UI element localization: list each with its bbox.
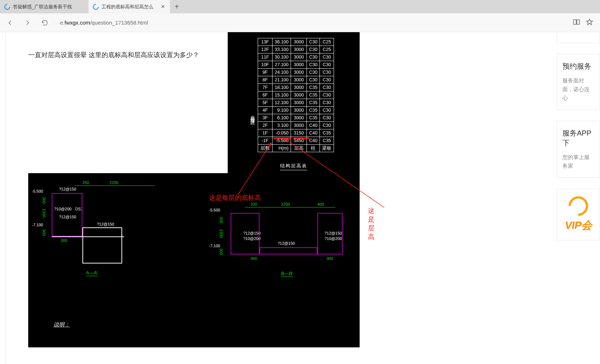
table-cell: 3000 bbox=[291, 38, 307, 46]
dim: 300 bbox=[250, 256, 257, 261]
table-cell: 15.100 bbox=[273, 91, 291, 99]
tab-bar: 答疑解惑_广联达服务新干线 工程的底标高和层高怎么 × + bbox=[0, 0, 600, 13]
table-cell: C30 bbox=[320, 61, 334, 69]
vip-text: VIP会 bbox=[565, 218, 592, 233]
table-row: 4F9.1003000C35C30 bbox=[258, 107, 334, 114]
dim: 300 bbox=[61, 238, 67, 243]
table-row: 12F33.1003000C30C25 bbox=[258, 46, 334, 53]
table-cell: 3.100 bbox=[273, 122, 291, 129]
table-cell: 3150 bbox=[291, 129, 307, 137]
url-bar[interactable]: e.fwxgx.com/question_1713658.html bbox=[56, 16, 568, 29]
page-area: 一直对层高设置很晕 这里的底标高和层高应该设置为多少？ 底部加强区 13F36.… bbox=[0, 32, 600, 364]
table-cell: 6F bbox=[258, 91, 273, 99]
new-tab-button[interactable]: + bbox=[170, 0, 184, 13]
table-row: 13F36.1003000C30C25 bbox=[258, 38, 334, 46]
card-desc: 您的掌上服务家 bbox=[562, 153, 594, 170]
reading-view-icon[interactable] bbox=[573, 18, 580, 27]
table-cell: 1F bbox=[258, 129, 273, 137]
refresh-button[interactable] bbox=[38, 16, 51, 29]
tab-title: 答疑解惑_广联达服务新干线 bbox=[13, 4, 84, 10]
table-cell: 10F bbox=[258, 61, 273, 69]
table-cell: 3000 bbox=[291, 91, 307, 99]
table-cell: C30 bbox=[320, 107, 334, 114]
sidebar-card-app[interactable]: 服务APP下 您的掌上服务家 bbox=[557, 121, 600, 178]
table-cell: 33.100 bbox=[273, 46, 291, 53]
close-icon[interactable]: × bbox=[160, 3, 166, 10]
sidebar-card bbox=[557, 32, 600, 43]
table-cell: 8F bbox=[258, 76, 273, 84]
dim: 300 bbox=[219, 248, 223, 255]
table-row: 5F12.1003000C35C30 bbox=[258, 99, 334, 107]
table-cell: C35 bbox=[307, 84, 320, 91]
level: -5.500 bbox=[209, 208, 220, 212]
line bbox=[52, 236, 124, 237]
rebar: ?12@150 bbox=[278, 241, 295, 245]
table-cell: 3000 bbox=[291, 114, 307, 122]
table-cell: C30 bbox=[320, 69, 334, 76]
note-label: 说明： bbox=[53, 321, 70, 328]
dim: 1300 bbox=[42, 209, 46, 217]
table-cell: 9.100 bbox=[273, 107, 291, 114]
table-cell: 11F bbox=[258, 53, 273, 61]
dim: 2200 bbox=[110, 180, 118, 185]
table-cell: 3F bbox=[258, 114, 273, 122]
table-cell: 7F bbox=[258, 84, 273, 91]
table-cell: 9F bbox=[258, 69, 273, 76]
table-cell: C30 bbox=[307, 76, 320, 84]
table-cell: C30 bbox=[320, 91, 334, 99]
table-row: 9F24.1003000C30C30 bbox=[258, 69, 334, 76]
tab-active[interactable]: 工程的底标高和层高怎么 × bbox=[89, 0, 170, 13]
favorite-icon[interactable] bbox=[586, 18, 593, 27]
toolbar-right bbox=[573, 18, 596, 27]
table-cell: C35 bbox=[307, 114, 320, 122]
table-cell: C40 bbox=[307, 122, 320, 129]
table-cell: C30 bbox=[320, 114, 334, 122]
table-cell: 36.100 bbox=[273, 38, 291, 46]
table-cell: 3000 bbox=[291, 53, 307, 61]
table-cell: -0.050 bbox=[273, 129, 291, 137]
table-cell: C30 bbox=[307, 69, 320, 76]
rebar: ?12@150 bbox=[97, 222, 114, 226]
content-border bbox=[5, 32, 5, 364]
table-cell: 6.100 bbox=[273, 114, 291, 122]
table-cell: 5F bbox=[258, 99, 273, 107]
rebar: ?12@150 bbox=[59, 187, 76, 191]
table-cell: 3000 bbox=[291, 61, 307, 69]
table-cell: 18.100 bbox=[273, 84, 291, 91]
table-cell: 3000 bbox=[291, 99, 307, 107]
table-cell: 3000 bbox=[291, 107, 307, 114]
floor-table: 13F36.1003000C30C2512F33.1003000C30C2511… bbox=[258, 38, 334, 152]
dim: 250 bbox=[82, 180, 89, 185]
svg-line-0 bbox=[238, 144, 270, 195]
site-icon bbox=[92, 3, 100, 11]
section-b: 200 2200 400 -5.500 -7.100 300 1300 300 … bbox=[209, 202, 353, 307]
back-button[interactable] bbox=[4, 16, 17, 29]
sidebar-vip[interactable]: VIP会 bbox=[557, 189, 600, 240]
dim: 300 bbox=[42, 197, 46, 204]
table-cell: 4F bbox=[258, 107, 273, 114]
section-outline bbox=[82, 227, 122, 264]
annotation-arrow bbox=[209, 142, 278, 197]
table-row: 6F15.1003000C35C30 bbox=[258, 91, 334, 99]
tab-inactive[interactable]: 答疑解惑_广联达服务新干线 bbox=[0, 0, 89, 13]
dim: 300 bbox=[42, 229, 46, 236]
table-cell: 3000 bbox=[291, 76, 307, 84]
url-path: /question_1713658.html bbox=[90, 20, 148, 26]
forward-button[interactable] bbox=[21, 16, 34, 29]
question-title: 一直对层高设置很晕 这里的底标高和层高应该设置为多少？ bbox=[28, 51, 199, 59]
table-cell: C40 bbox=[307, 129, 320, 137]
table-row: 7F18.1003000C35C30 bbox=[258, 84, 334, 91]
table-cell: 30.100 bbox=[273, 53, 291, 61]
table-cell: 3000 bbox=[291, 69, 307, 76]
dim: 1300 bbox=[219, 229, 223, 238]
section-outline bbox=[260, 247, 317, 254]
card-title: 服务APP下 bbox=[562, 128, 594, 148]
table-cell: C30 bbox=[320, 76, 334, 84]
section-title: A—A' bbox=[86, 270, 98, 276]
table-cell: 3000 bbox=[291, 84, 307, 91]
table-cell: C35 bbox=[320, 129, 334, 137]
table-cell: 12F bbox=[258, 46, 273, 53]
sidebar-card-appointment[interactable]: 预约服务 服务面对面，诺心连心 bbox=[557, 54, 600, 110]
section-title: B—B' bbox=[281, 271, 293, 277]
table-cell: C30 bbox=[307, 53, 320, 61]
